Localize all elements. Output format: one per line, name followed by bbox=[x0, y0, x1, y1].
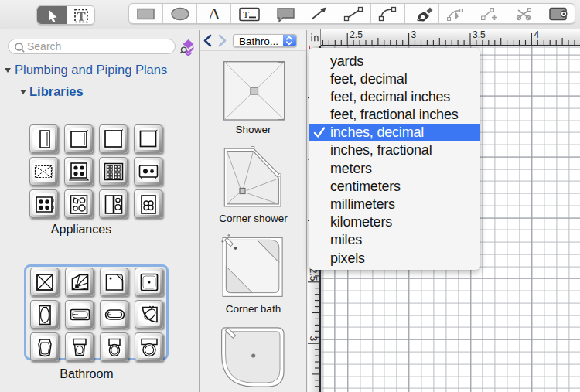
svg-text:3: 3 bbox=[308, 336, 319, 342]
svg-text:2.5: 2.5 bbox=[350, 29, 363, 40]
svg-text:A: A bbox=[208, 5, 220, 23]
svg-text:3: 3 bbox=[411, 29, 417, 40]
svg-text:T: T bbox=[243, 9, 249, 20]
svg-text:2.5: 2.5 bbox=[308, 268, 319, 281]
svg-text:4: 4 bbox=[534, 29, 539, 40]
svg-text:3.5: 3.5 bbox=[473, 29, 486, 40]
